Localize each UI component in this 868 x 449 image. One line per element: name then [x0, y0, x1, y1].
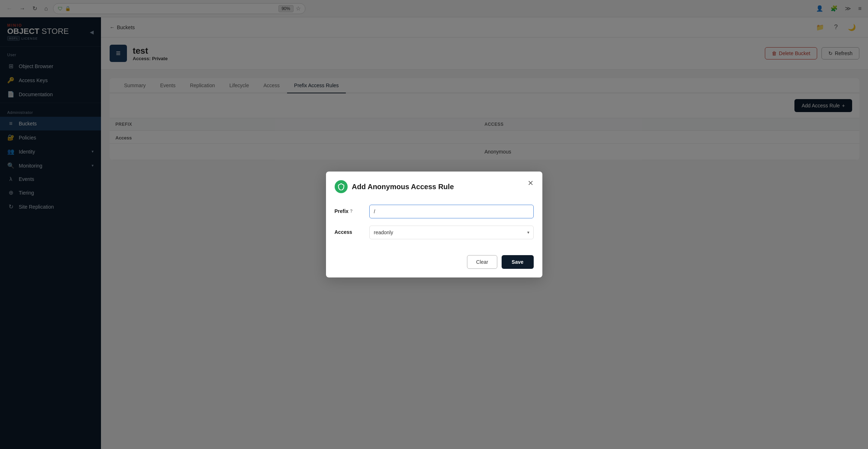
- prefix-form-row: Prefix ?: [335, 205, 534, 218]
- prefix-label: Prefix ?: [335, 205, 363, 214]
- prefix-form-control: [369, 205, 534, 218]
- modal-close-button[interactable]: ✕: [525, 177, 537, 189]
- access-form-control: readonly writeonly readwrite none ▾: [369, 226, 534, 239]
- modal-header: Add Anonymous Access Rule ✕: [326, 172, 542, 199]
- access-select-wrapper: readonly writeonly readwrite none ▾: [369, 226, 534, 239]
- modal-overlay[interactable]: Add Anonymous Access Rule ✕ Prefix ? Acc…: [0, 0, 868, 449]
- prefix-input[interactable]: [369, 205, 534, 218]
- modal: Add Anonymous Access Rule ✕ Prefix ? Acc…: [326, 172, 542, 277]
- modal-title: Add Anonymous Access Rule: [352, 183, 454, 191]
- modal-footer: Clear Save: [326, 255, 542, 277]
- save-button[interactable]: Save: [502, 255, 534, 269]
- access-select[interactable]: readonly writeonly readwrite none: [369, 226, 534, 239]
- modal-body: Prefix ? Access readonly writeonly readw…: [326, 199, 542, 255]
- modal-shield-icon: [335, 180, 348, 193]
- access-form-row: Access readonly writeonly readwrite none…: [335, 226, 534, 239]
- prefix-help-icon[interactable]: ?: [350, 209, 352, 214]
- access-label: Access: [335, 226, 363, 235]
- clear-button[interactable]: Clear: [467, 255, 497, 269]
